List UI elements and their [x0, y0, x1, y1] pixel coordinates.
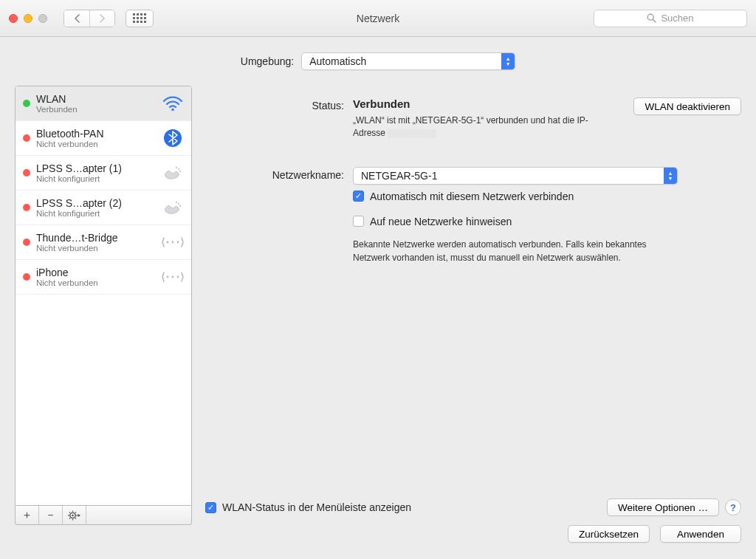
status-label: Status:	[205, 97, 353, 112]
more-options-button[interactable]: Weitere Optionen …	[607, 498, 719, 516]
status-dot-icon	[23, 273, 30, 281]
nav-segment	[63, 10, 115, 27]
ip-masked	[388, 129, 436, 138]
interface-status: Nicht konfiguriert	[36, 174, 156, 183]
wifi-icon	[162, 92, 184, 114]
status-value: Verbunden	[353, 97, 625, 110]
search-icon	[647, 13, 656, 23]
search-input[interactable]: Suchen	[594, 10, 747, 27]
search-placeholder: Suchen	[661, 13, 693, 24]
status-dot-icon	[23, 169, 30, 176]
chevron-left-icon	[74, 14, 80, 23]
interface-name: Bluetooth-PAN	[36, 128, 156, 140]
svg-point-15	[177, 276, 179, 278]
interface-item[interactable]: LPSS S…apter (2)Nicht konfiguriert	[16, 191, 191, 225]
svg-line-1	[653, 19, 656, 22]
footer-buttons: Zurücksetzen Anwenden	[0, 525, 756, 559]
bridge-icon	[162, 266, 184, 288]
location-value: Automatisch	[309, 55, 366, 67]
svg-point-17	[72, 514, 73, 515]
interface-item[interactable]: iPhoneNicht verbunden	[16, 260, 191, 295]
minimize-window-button[interactable]	[24, 14, 32, 23]
bridge-icon	[162, 231, 184, 253]
svg-point-9	[179, 205, 181, 207]
status-row: Status: Verbunden „WLAN“ ist mit „NETGEA…	[205, 97, 741, 140]
interface-name: LPSS S…apter (1)	[36, 162, 156, 174]
network-name-select[interactable]: NETGEAR-5G-1 ▲▼	[353, 167, 678, 185]
interface-item[interactable]: Thunde…t-BridgeNicht verbunden	[16, 225, 191, 260]
svg-point-2	[171, 109, 174, 112]
status-dot-icon	[23, 204, 30, 211]
window: Netzwerk Suchen Umgebung: Automatisch ▲▼…	[0, 0, 756, 559]
svg-point-11	[172, 241, 174, 244]
apply-button[interactable]: Anwenden	[660, 525, 741, 543]
show-status-menubar-label: WLAN-Status in der Menüleiste anzeigen	[222, 501, 411, 513]
forward-button[interactable]	[89, 10, 114, 27]
interface-item[interactable]: Bluetooth-PANNicht verbunden	[16, 121, 191, 156]
interface-name: WLAN	[36, 93, 156, 105]
interface-item[interactable]: WLANVerbunden	[16, 86, 191, 121]
remove-interface-button[interactable]: －	[39, 506, 63, 524]
bluetooth-icon	[162, 127, 184, 149]
svg-point-8	[178, 203, 179, 205]
interface-name: LPSS S…apter (2)	[36, 197, 156, 209]
interface-status: Nicht verbunden	[36, 244, 156, 253]
notify-new-networks-checkbox[interactable]	[353, 216, 364, 227]
interface-name: Thunde…t-Bridge	[36, 232, 156, 244]
notify-new-networks-label: Auf neue Netzwerke hinweisen	[370, 216, 512, 227]
location-label: Umgebung:	[241, 55, 294, 67]
content: WLANVerbundenBluetooth-PANNicht verbunde…	[0, 86, 756, 525]
interface-name: iPhone	[36, 267, 156, 278]
stepper-icon: ▲▼	[664, 168, 677, 184]
back-button[interactable]	[64, 10, 89, 27]
network-name-value: NETGEAR-5G-1	[361, 170, 437, 182]
status-dot-icon	[23, 100, 30, 107]
svg-point-12	[177, 241, 179, 244]
status-dot-icon	[23, 239, 30, 246]
svg-point-6	[179, 171, 181, 172]
detail-panel: Status: Verbunden „WLAN“ ist mit „NETGEA…	[205, 86, 741, 525]
status-description: „WLAN“ ist mit „NETGEAR-5G-1“ verbunden …	[353, 114, 625, 140]
notify-new-networks-help: Bekannte Netzwerke werden automatisch ve…	[353, 238, 663, 264]
zoom-window-button[interactable]	[38, 14, 47, 23]
sidebar-footer: ＋ －	[15, 506, 192, 525]
svg-point-5	[178, 168, 179, 170]
phone-icon	[162, 162, 184, 184]
svg-line-22	[69, 512, 70, 512]
network-name-row: Netzwerkname: NETGEAR-5G-1 ▲▼	[205, 167, 741, 185]
svg-line-25	[69, 518, 70, 518]
show-status-menubar-checkbox[interactable]: ✓	[205, 502, 216, 513]
toggle-wlan-button[interactable]: WLAN deaktivieren	[633, 97, 741, 115]
location-bar: Umgebung: Automatisch ▲▼	[0, 37, 756, 86]
show-all-button[interactable]	[126, 10, 154, 27]
svg-point-4	[176, 167, 177, 168]
interface-actions-button[interactable]	[63, 506, 86, 524]
auto-connect-checkbox[interactable]: ✓	[353, 191, 364, 202]
sidebar: WLANVerbundenBluetooth-PANNicht verbunde…	[15, 86, 192, 525]
interface-status: Nicht verbunden	[36, 278, 156, 287]
reset-button[interactable]: Zurücksetzen	[568, 525, 650, 543]
interface-item[interactable]: LPSS S…apter (1)Nicht konfiguriert	[16, 156, 191, 191]
titlebar: Netzwerk Suchen	[0, 0, 756, 37]
lower-row: ✓ WLAN-Status in der Menüleiste anzeigen…	[205, 498, 741, 525]
gear-icon	[68, 510, 81, 521]
interface-status: Verbunden	[36, 105, 156, 114]
svg-point-10	[167, 241, 169, 244]
location-select[interactable]: Automatisch ▲▼	[301, 52, 515, 70]
status-dot-icon	[23, 134, 30, 142]
close-window-button[interactable]	[9, 14, 18, 23]
window-controls	[9, 14, 47, 23]
interface-status: Nicht verbunden	[36, 140, 156, 148]
svg-point-13	[167, 276, 169, 278]
interface-list: WLANVerbundenBluetooth-PANNicht verbunde…	[15, 86, 192, 506]
stepper-icon: ▲▼	[501, 53, 515, 69]
auto-connect-row: ✓ Automatisch mit diesem Netzwerk verbin…	[205, 191, 741, 264]
help-button[interactable]: ?	[725, 499, 741, 515]
phone-icon	[162, 196, 184, 219]
add-interface-button[interactable]: ＋	[16, 506, 39, 524]
network-name-label: Netzwerkname:	[205, 167, 353, 181]
svg-point-7	[176, 202, 177, 203]
chevron-right-icon	[99, 14, 106, 23]
svg-line-24	[75, 512, 76, 512]
auto-connect-label: Automatisch mit diesem Netzwerk verbinde…	[370, 191, 574, 202]
